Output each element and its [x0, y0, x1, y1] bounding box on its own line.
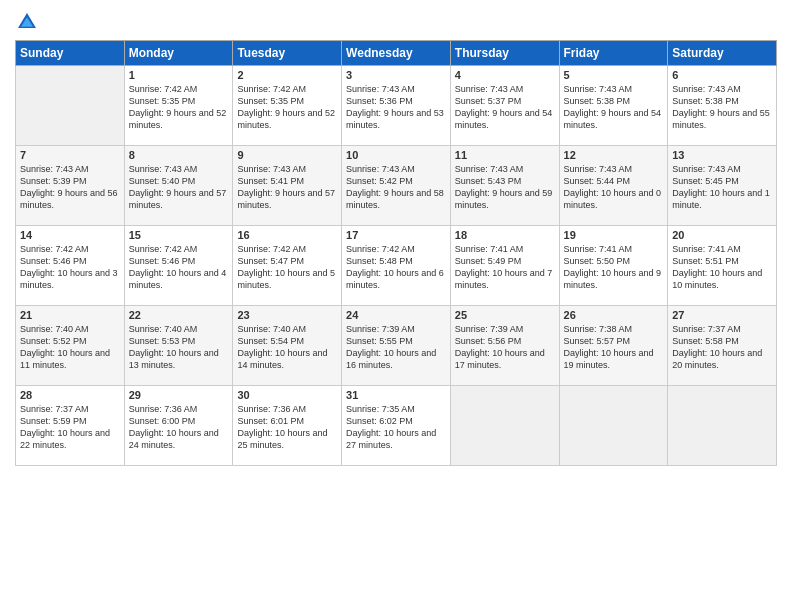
- day-info: Sunrise: 7:42 AMSunset: 5:35 PMDaylight:…: [237, 83, 337, 132]
- day-number: 31: [346, 389, 446, 401]
- calendar-week-row: 21Sunrise: 7:40 AMSunset: 5:52 PMDayligh…: [16, 306, 777, 386]
- day-number: 12: [564, 149, 664, 161]
- day-number: 4: [455, 69, 555, 81]
- day-header-thursday: Thursday: [450, 41, 559, 66]
- day-number: 17: [346, 229, 446, 241]
- calendar-week-row: 14Sunrise: 7:42 AMSunset: 5:46 PMDayligh…: [16, 226, 777, 306]
- day-info: Sunrise: 7:40 AMSunset: 5:54 PMDaylight:…: [237, 323, 337, 372]
- day-header-sunday: Sunday: [16, 41, 125, 66]
- day-info: Sunrise: 7:43 AMSunset: 5:43 PMDaylight:…: [455, 163, 555, 212]
- calendar-cell: 17Sunrise: 7:42 AMSunset: 5:48 PMDayligh…: [342, 226, 451, 306]
- calendar-table: SundayMondayTuesdayWednesdayThursdayFrid…: [15, 40, 777, 466]
- day-info: Sunrise: 7:37 AMSunset: 5:59 PMDaylight:…: [20, 403, 120, 452]
- calendar-week-row: 1Sunrise: 7:42 AMSunset: 5:35 PMDaylight…: [16, 66, 777, 146]
- logo: [15, 10, 43, 34]
- calendar-cell: 7Sunrise: 7:43 AMSunset: 5:39 PMDaylight…: [16, 146, 125, 226]
- calendar-cell: 13Sunrise: 7:43 AMSunset: 5:45 PMDayligh…: [668, 146, 777, 226]
- day-info: Sunrise: 7:42 AMSunset: 5:47 PMDaylight:…: [237, 243, 337, 292]
- day-info: Sunrise: 7:36 AMSunset: 6:01 PMDaylight:…: [237, 403, 337, 452]
- day-number: 5: [564, 69, 664, 81]
- day-number: 18: [455, 229, 555, 241]
- calendar-cell: 29Sunrise: 7:36 AMSunset: 6:00 PMDayligh…: [124, 386, 233, 466]
- day-info: Sunrise: 7:35 AMSunset: 6:02 PMDaylight:…: [346, 403, 446, 452]
- day-info: Sunrise: 7:41 AMSunset: 5:50 PMDaylight:…: [564, 243, 664, 292]
- calendar-cell: 24Sunrise: 7:39 AMSunset: 5:55 PMDayligh…: [342, 306, 451, 386]
- day-number: 25: [455, 309, 555, 321]
- day-number: 28: [20, 389, 120, 401]
- calendar-cell: 31Sunrise: 7:35 AMSunset: 6:02 PMDayligh…: [342, 386, 451, 466]
- calendar-cell: 20Sunrise: 7:41 AMSunset: 5:51 PMDayligh…: [668, 226, 777, 306]
- day-info: Sunrise: 7:43 AMSunset: 5:38 PMDaylight:…: [564, 83, 664, 132]
- day-number: 19: [564, 229, 664, 241]
- day-number: 15: [129, 229, 229, 241]
- page-container: SundayMondayTuesdayWednesdayThursdayFrid…: [0, 0, 792, 476]
- day-number: 1: [129, 69, 229, 81]
- day-number: 24: [346, 309, 446, 321]
- calendar-cell: [16, 66, 125, 146]
- day-number: 26: [564, 309, 664, 321]
- calendar-cell: 10Sunrise: 7:43 AMSunset: 5:42 PMDayligh…: [342, 146, 451, 226]
- day-number: 6: [672, 69, 772, 81]
- day-info: Sunrise: 7:43 AMSunset: 5:42 PMDaylight:…: [346, 163, 446, 212]
- calendar-cell: 27Sunrise: 7:37 AMSunset: 5:58 PMDayligh…: [668, 306, 777, 386]
- day-info: Sunrise: 7:41 AMSunset: 5:49 PMDaylight:…: [455, 243, 555, 292]
- day-header-friday: Friday: [559, 41, 668, 66]
- day-info: Sunrise: 7:37 AMSunset: 5:58 PMDaylight:…: [672, 323, 772, 372]
- calendar-cell: 11Sunrise: 7:43 AMSunset: 5:43 PMDayligh…: [450, 146, 559, 226]
- day-number: 13: [672, 149, 772, 161]
- day-info: Sunrise: 7:40 AMSunset: 5:52 PMDaylight:…: [20, 323, 120, 372]
- calendar-cell: 23Sunrise: 7:40 AMSunset: 5:54 PMDayligh…: [233, 306, 342, 386]
- calendar-header-row: SundayMondayTuesdayWednesdayThursdayFrid…: [16, 41, 777, 66]
- day-info: Sunrise: 7:43 AMSunset: 5:44 PMDaylight:…: [564, 163, 664, 212]
- calendar-cell: 25Sunrise: 7:39 AMSunset: 5:56 PMDayligh…: [450, 306, 559, 386]
- day-info: Sunrise: 7:43 AMSunset: 5:45 PMDaylight:…: [672, 163, 772, 212]
- day-number: 8: [129, 149, 229, 161]
- day-number: 7: [20, 149, 120, 161]
- calendar-cell: 9Sunrise: 7:43 AMSunset: 5:41 PMDaylight…: [233, 146, 342, 226]
- day-header-saturday: Saturday: [668, 41, 777, 66]
- calendar-cell: 16Sunrise: 7:42 AMSunset: 5:47 PMDayligh…: [233, 226, 342, 306]
- day-info: Sunrise: 7:43 AMSunset: 5:39 PMDaylight:…: [20, 163, 120, 212]
- calendar-cell: 4Sunrise: 7:43 AMSunset: 5:37 PMDaylight…: [450, 66, 559, 146]
- calendar-cell: 12Sunrise: 7:43 AMSunset: 5:44 PMDayligh…: [559, 146, 668, 226]
- calendar-cell: [668, 386, 777, 466]
- day-number: 30: [237, 389, 337, 401]
- day-number: 14: [20, 229, 120, 241]
- day-number: 29: [129, 389, 229, 401]
- calendar-cell: 26Sunrise: 7:38 AMSunset: 5:57 PMDayligh…: [559, 306, 668, 386]
- calendar-cell: 22Sunrise: 7:40 AMSunset: 5:53 PMDayligh…: [124, 306, 233, 386]
- day-header-monday: Monday: [124, 41, 233, 66]
- day-info: Sunrise: 7:42 AMSunset: 5:46 PMDaylight:…: [129, 243, 229, 292]
- calendar-cell: 1Sunrise: 7:42 AMSunset: 5:35 PMDaylight…: [124, 66, 233, 146]
- day-number: 20: [672, 229, 772, 241]
- day-info: Sunrise: 7:38 AMSunset: 5:57 PMDaylight:…: [564, 323, 664, 372]
- day-number: 3: [346, 69, 446, 81]
- day-info: Sunrise: 7:43 AMSunset: 5:37 PMDaylight:…: [455, 83, 555, 132]
- calendar-cell: 14Sunrise: 7:42 AMSunset: 5:46 PMDayligh…: [16, 226, 125, 306]
- day-info: Sunrise: 7:43 AMSunset: 5:40 PMDaylight:…: [129, 163, 229, 212]
- day-number: 21: [20, 309, 120, 321]
- day-header-tuesday: Tuesday: [233, 41, 342, 66]
- day-number: 27: [672, 309, 772, 321]
- calendar-cell: 18Sunrise: 7:41 AMSunset: 5:49 PMDayligh…: [450, 226, 559, 306]
- header: [15, 10, 777, 34]
- calendar-cell: 28Sunrise: 7:37 AMSunset: 5:59 PMDayligh…: [16, 386, 125, 466]
- day-number: 2: [237, 69, 337, 81]
- calendar-cell: 30Sunrise: 7:36 AMSunset: 6:01 PMDayligh…: [233, 386, 342, 466]
- calendar-cell: 8Sunrise: 7:43 AMSunset: 5:40 PMDaylight…: [124, 146, 233, 226]
- logo-icon: [15, 10, 39, 34]
- day-info: Sunrise: 7:39 AMSunset: 5:55 PMDaylight:…: [346, 323, 446, 372]
- day-info: Sunrise: 7:43 AMSunset: 5:38 PMDaylight:…: [672, 83, 772, 132]
- calendar-cell: 6Sunrise: 7:43 AMSunset: 5:38 PMDaylight…: [668, 66, 777, 146]
- calendar-cell: 3Sunrise: 7:43 AMSunset: 5:36 PMDaylight…: [342, 66, 451, 146]
- day-info: Sunrise: 7:39 AMSunset: 5:56 PMDaylight:…: [455, 323, 555, 372]
- day-number: 9: [237, 149, 337, 161]
- day-number: 10: [346, 149, 446, 161]
- calendar-week-row: 7Sunrise: 7:43 AMSunset: 5:39 PMDaylight…: [16, 146, 777, 226]
- day-number: 11: [455, 149, 555, 161]
- calendar-cell: 21Sunrise: 7:40 AMSunset: 5:52 PMDayligh…: [16, 306, 125, 386]
- day-header-wednesday: Wednesday: [342, 41, 451, 66]
- day-info: Sunrise: 7:42 AMSunset: 5:46 PMDaylight:…: [20, 243, 120, 292]
- day-number: 22: [129, 309, 229, 321]
- day-info: Sunrise: 7:43 AMSunset: 5:41 PMDaylight:…: [237, 163, 337, 212]
